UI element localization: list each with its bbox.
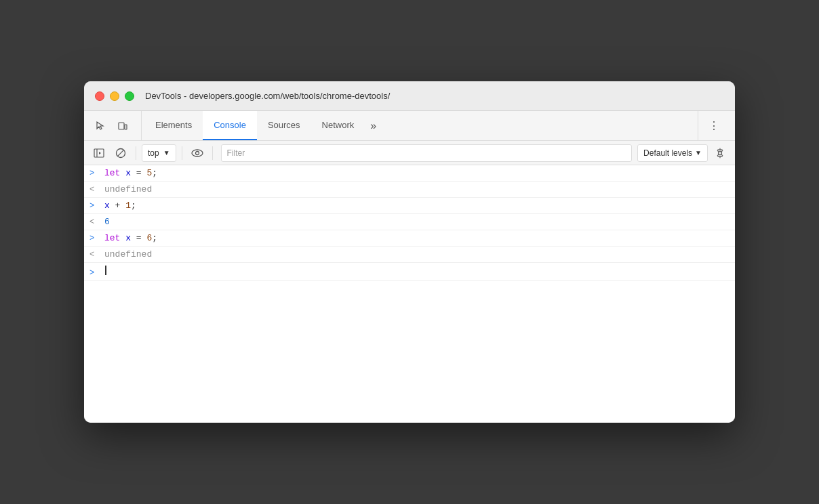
input-prompt-1: > — [89, 169, 99, 178]
console-entry-3-output: < undefined — [84, 247, 735, 263]
eye-icon — [191, 148, 203, 158]
cursor-icon — [94, 121, 105, 131]
device-icon — [117, 121, 128, 131]
minimize-button[interactable] — [110, 91, 119, 101]
block-icon — [115, 148, 126, 159]
devtools-window: DevTools - developers.google.com/web/too… — [84, 81, 735, 423]
console-entry-1-input: > let x = 5; — [84, 165, 735, 182]
execution-context-select[interactable]: top ▼ — [142, 144, 176, 162]
svg-point-7 — [192, 150, 203, 156]
svg-marker-4 — [99, 152, 101, 154]
console-toolbar: top ▼ Default levels ▼ — [84, 141, 735, 165]
tab-bar: Elements Console Sources Network » ⋮ — [84, 111, 735, 141]
svg-line-6 — [117, 150, 123, 156]
show-console-sidebar-button[interactable] — [89, 144, 108, 163]
console-content: > let x = 5; < undefined > x + 1; < 6 > … — [84, 165, 735, 423]
maximize-button[interactable] — [125, 91, 134, 101]
tab-bar-controls — [89, 111, 142, 140]
output-value-2: 6 — [104, 217, 110, 227]
tab-network[interactable]: Network — [311, 111, 365, 140]
filter-input[interactable] — [221, 144, 632, 162]
console-settings-button[interactable] — [711, 144, 730, 163]
more-tabs-button[interactable]: » — [365, 111, 382, 140]
input-prompt-2: > — [89, 201, 99, 211]
toolbar-divider-1 — [136, 146, 136, 160]
traffic-lights — [95, 91, 134, 101]
cursor — [105, 266, 106, 275]
svg-point-8 — [195, 151, 199, 154]
title-bar: DevTools - developers.google.com/web/too… — [84, 81, 735, 111]
output-prompt-3: < — [89, 250, 99, 259]
log-levels-button[interactable]: Default levels ▼ — [637, 144, 708, 162]
output-value-1: undefined — [104, 184, 152, 194]
tab-sources[interactable]: Sources — [257, 111, 311, 140]
clear-console-button[interactable] — [111, 144, 130, 163]
inspect-element-button[interactable] — [89, 116, 110, 136]
output-prompt-1: < — [89, 185, 99, 194]
tab-console[interactable]: Console — [203, 111, 257, 140]
svg-rect-1 — [125, 125, 127, 129]
tab-elements[interactable]: Elements — [144, 111, 203, 140]
console-entry-2-input: > x + 1; — [84, 198, 735, 214]
tab-bar-right: ⋮ — [698, 111, 730, 140]
more-options-button[interactable]: ⋮ — [704, 116, 724, 136]
console-active-input-row[interactable]: > — [84, 263, 735, 281]
console-entry-1-output: < undefined — [84, 182, 735, 198]
console-entry-2-output: < 6 — [84, 214, 735, 230]
sidebar-icon — [94, 148, 104, 158]
console-entry-3-input: > let x = 6; — [84, 230, 735, 247]
code-entry-3: let x = 6; — [104, 233, 157, 243]
live-expressions-button[interactable] — [188, 144, 207, 163]
svg-rect-0 — [119, 123, 124, 129]
code-entry-1: let x = 5; — [104, 168, 157, 178]
output-value-3: undefined — [104, 249, 152, 259]
gear-icon — [715, 148, 725, 159]
device-toolbar-button[interactable] — [113, 116, 133, 136]
window-title: DevTools - developers.google.com/web/too… — [145, 91, 390, 101]
close-button[interactable] — [95, 91, 104, 101]
input-prompt-3: > — [89, 234, 99, 243]
code-entry-2: x + 1; — [104, 201, 136, 211]
tabs-container: Elements Console Sources Network » — [144, 111, 695, 140]
active-input-prompt: > — [89, 268, 99, 278]
toolbar-divider-2 — [182, 146, 182, 160]
toolbar-divider-3 — [212, 146, 213, 160]
output-prompt-2: < — [89, 217, 99, 227]
